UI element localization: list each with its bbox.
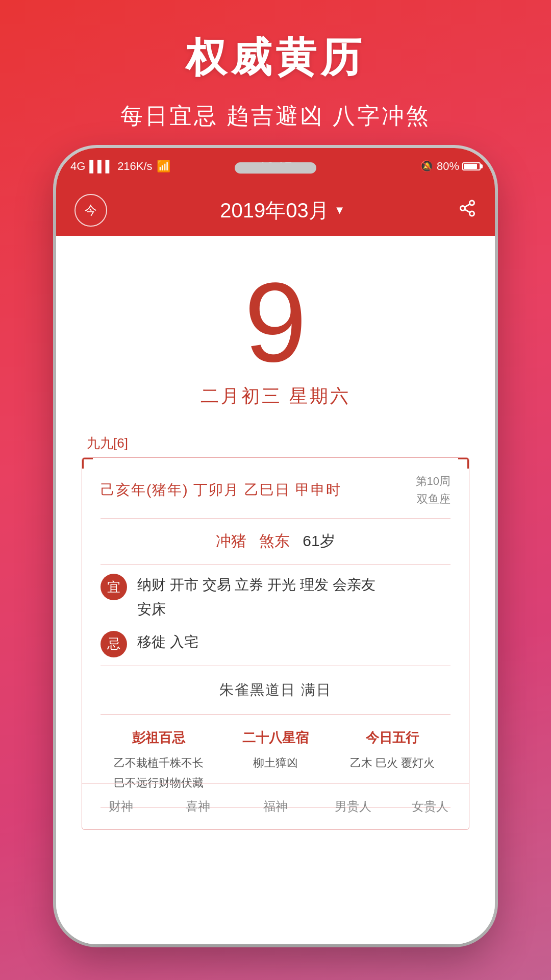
footer-item-1[interactable]: 财神 [82,798,160,815]
app-subtitle: 每日宜忌 趋吉避凶 八字冲煞 [0,101,551,131]
footer-item-3[interactable]: 福神 [237,798,314,815]
lunar-date: 二月初三 星期六 [56,384,495,409]
date-section: 9 二月初三 星期六 [56,236,495,419]
col3-title: 今日五行 [338,729,446,747]
week-text: 第10周 [416,472,450,490]
wifi-icon: 📶 [157,160,170,173]
battery-icon [462,162,481,170]
divider-3 [101,666,450,666]
footer-item-5[interactable]: 女贵人 [391,798,469,815]
alarm-icon: 🔕 [420,160,434,173]
signal-text: 4G [70,160,85,173]
footer-item-4[interactable]: 男贵人 [314,798,392,815]
nav-date[interactable]: 2019年03月 ▼ [220,197,345,225]
col2-content: 柳土獐凶 [221,753,330,773]
phone-speaker [235,162,316,174]
yi-content: 纳财 开市 交易 立券 开光 理发 会亲友 安床 [137,573,450,621]
phone-mockup: 4G ▌▌▌ 216K/s 📶 16:17 🔕 80% 今 2019年03月 ▼ [56,148,495,944]
ji-content: 移徙 入宅 [137,630,450,654]
day-number: 9 [56,266,495,379]
yi-row: 宜 纳财 开市 交易 立券 开光 理发 会亲友 安床 [101,573,450,621]
ji-row: 忌 移徙 入宅 [101,630,450,657]
ji-badge: 忌 [101,631,127,657]
svg-line-4 [465,204,470,207]
svg-line-3 [465,209,470,212]
info-card: 己亥年(猪年) 丁卯月 乙巳日 甲申时 第10周 双鱼座 冲猪 煞东 61岁 [82,457,469,830]
sha-text: 煞东 [259,532,290,549]
today-button[interactable]: 今 [74,194,107,227]
divider-4 [101,714,450,715]
black-day: 朱雀黑道日 满日 [101,673,450,707]
ganzhi-main: 己亥年(猪年) 丁卯月 乙巳日 甲申时 [101,480,341,500]
col1-title: 彭祖百忌 [105,729,213,747]
signal-bars: ▌▌▌ [89,160,113,173]
col1-line1: 乙不栽植千株不长 [105,753,213,773]
divider-2 [101,564,450,565]
week-zodiac: 第10周 双鱼座 [416,472,450,508]
yi-badge: 宜 [101,574,127,600]
age-text: 61岁 [303,532,335,549]
status-right: 🔕 80% [420,160,481,173]
chong-sha-row: 冲猪 煞东 61岁 [101,526,450,557]
divider-1 [101,518,450,519]
nav-date-text: 2019年03月 [220,197,329,225]
app-background: 权威黄历 每日宜忌 趋吉避凶 八字冲煞 [0,0,551,131]
share-button[interactable] [458,199,477,222]
nav-date-arrow: ▼ [334,204,345,217]
col2-title: 二十八星宿 [221,729,330,747]
nav-bar: 今 2019年03月 ▼ [56,185,495,236]
zodiac-text: 双鱼座 [416,490,450,508]
col3-content: 乙木 巳火 覆灯火 [338,753,446,773]
speed-text: 216K/s [117,160,153,173]
battery-percent: 80% [437,160,459,173]
main-content: 9 二月初三 星期六 九九[6] 己亥年(猪年) 丁卯月 乙巳日 甲申时 第10… [56,236,495,944]
footer-item-2[interactable]: 喜神 [160,798,237,815]
chong-text: 冲猪 [216,532,246,549]
status-left: 4G ▌▌▌ 216K/s 📶 [70,160,170,173]
app-title: 权威黄历 [0,31,551,86]
nine-nine: 九九[6] [56,434,495,452]
ganzhi-row: 己亥年(猪年) 丁卯月 乙巳日 甲申时 第10周 双鱼座 [101,472,450,508]
info-card-inner: 己亥年(猪年) 丁卯月 乙巳日 甲申时 第10周 双鱼座 冲猪 煞东 61岁 [82,458,469,829]
footer-row: 财神 喜神 福神 男贵人 女贵人 [82,783,469,829]
